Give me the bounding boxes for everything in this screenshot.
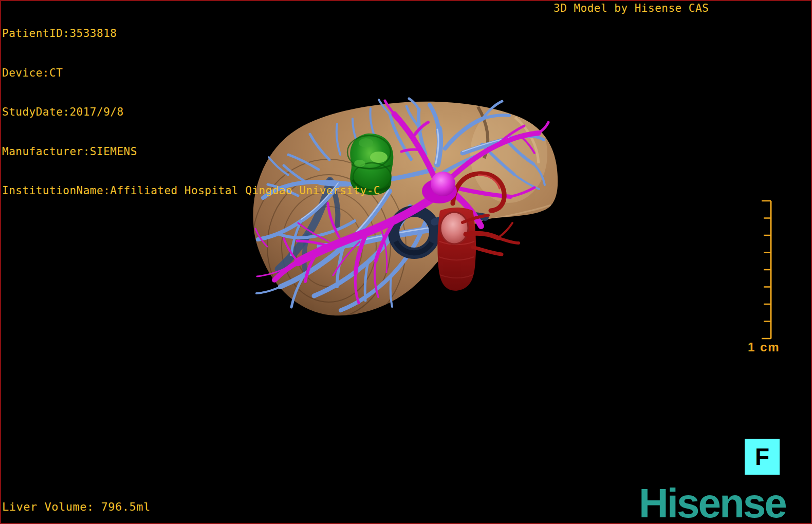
device-label: Device:CT <box>2 67 380 80</box>
scale-ruler: 1 cm <box>748 201 780 354</box>
manufacturer-label: Manufacturer:SIEMENS <box>2 145 380 159</box>
liver-volume-label: Liver Volume: 796.5ml <box>2 500 151 513</box>
watermark-label: 3D Model by Hisense CAS <box>553 2 709 14</box>
brand-logo: Hisense <box>639 480 786 524</box>
medical-3d-viewer-window: { "header": { "patient_info": [ "Patient… <box>0 0 812 524</box>
scale-ruler-label: 1 cm <box>748 340 780 354</box>
patient-id-label: PatientID:3533818 <box>2 27 380 41</box>
orientation-button-label: F <box>755 443 769 471</box>
orientation-button[interactable]: F <box>745 439 780 475</box>
institution-label: InstitutionName:Affiliated Hospital Qing… <box>2 184 380 198</box>
study-date-label: StudyDate:2017/9/8 <box>2 106 380 119</box>
patient-info-block: PatientID:3533818 Device:CT StudyDate:20… <box>2 1 380 211</box>
